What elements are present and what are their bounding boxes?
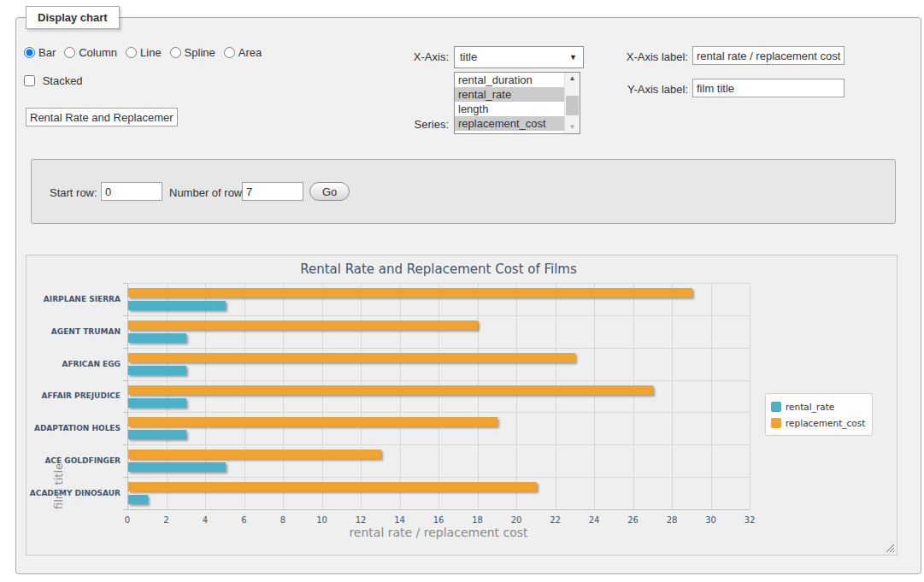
chart-type-option-spline[interactable]: Spline — [170, 46, 215, 59]
start-row-input[interactable] — [101, 182, 162, 201]
bar-rental_rate-ace-goldfinger — [128, 462, 226, 472]
bar-rental_rate-adaptation-holes — [128, 430, 186, 439]
x-axis-tick-label: 14 — [388, 515, 412, 525]
gridline — [283, 283, 284, 509]
bar-replacement_cost-academy-dinosaur — [128, 482, 537, 491]
y-axis-category-label: AFRICAN EGG — [26, 348, 121, 380]
gridline — [478, 283, 479, 509]
chart-title: Rental Rate and Replacement Cost of Film… — [127, 262, 750, 277]
gridline — [594, 283, 595, 509]
chart-type-radio-column[interactable] — [64, 47, 75, 58]
chart-container: Rental Rate and Replacement Cost of Film… — [26, 255, 898, 556]
x-axis-label-input[interactable] — [692, 46, 845, 65]
resize-grip-icon[interactable] — [886, 544, 894, 552]
x-axis-tick-label: 22 — [544, 515, 568, 525]
y-axis-category-label: ADAPTATION HOLES — [26, 412, 121, 444]
chart-legend: rental_ratereplacement_cost — [765, 393, 873, 436]
panel-legend: Display chart — [26, 6, 120, 29]
category-separator — [127, 315, 750, 316]
gridline — [361, 283, 362, 509]
x-axis-tick-label: 20 — [504, 515, 528, 525]
legend-swatch-replacement_cost — [771, 418, 781, 428]
x-axis-tick-label: 8 — [271, 515, 295, 525]
chart-type-radio-spline[interactable] — [170, 47, 181, 58]
y-axis-category-label: AGENT TRUMAN — [26, 315, 121, 348]
gridline — [750, 283, 750, 509]
gridline — [672, 283, 673, 509]
x-axis-tick-label: 26 — [621, 515, 645, 525]
gridline — [205, 283, 206, 509]
category-separator — [127, 444, 750, 445]
x-axis-label-label: X-Axis label: — [603, 50, 688, 63]
page: Display chart BarColumnLineSplineArea St… — [0, 0, 924, 582]
chart-y-axis-title: film title — [52, 283, 65, 509]
legend-item-replacement_cost[interactable]: replacement_cost — [771, 414, 865, 431]
y-axis-label-input[interactable] — [692, 79, 845, 97]
start-row-label: Start row: — [50, 186, 97, 199]
chart-type-option-label: Bar — [38, 46, 56, 59]
chart-type-option-area[interactable]: Area — [224, 46, 262, 59]
gridline — [711, 283, 712, 509]
x-axis-tick-label: 12 — [349, 515, 373, 525]
number-of-rows-label: Number of rows: — [169, 186, 250, 199]
series-option-rental_rate[interactable]: rental_rate — [455, 87, 565, 102]
y-axis-category-label: AIRPLANE SIERRA — [26, 283, 121, 315]
series-option-rental_duration[interactable]: rental_duration — [455, 73, 565, 87]
legend-label: rental_rate — [786, 402, 834, 412]
listbox-scrollbar[interactable]: ▲ ▼ — [564, 73, 580, 133]
gridline — [516, 283, 517, 509]
y-axis-category-label: AFFAIR PREJUDICE — [26, 380, 121, 413]
scroll-up-icon[interactable]: ▲ — [565, 73, 580, 85]
x-axis-tick-label: 4 — [193, 515, 217, 525]
legend-item-rental_rate[interactable]: rental_rate — [771, 398, 865, 414]
bar-rental_rate-agent-truman — [128, 333, 186, 343]
y-axis-category-label: ACADEMY DINOSAUR — [26, 477, 121, 509]
chart-type-radio-area[interactable] — [224, 47, 235, 58]
x-axis-tick-label: 18 — [466, 515, 490, 525]
bar-rental_rate-affair-prejudice — [128, 398, 186, 408]
chart-title-input[interactable] — [26, 108, 178, 126]
x-axis-select-label: X-Axis: — [389, 50, 449, 63]
bar-rental_rate-academy-dinosaur — [128, 495, 148, 504]
category-separator — [127, 380, 750, 381]
category-separator — [127, 477, 750, 478]
bar-replacement_cost-airplane-sierra — [128, 288, 692, 297]
y-axis-label-label: Y-Axis label: — [603, 83, 688, 96]
chart-type-radio-bar[interactable] — [24, 47, 35, 58]
go-button[interactable]: Go — [309, 182, 350, 201]
x-axis-tick-label: 16 — [427, 515, 450, 525]
x-axis-tick-label: 28 — [660, 515, 684, 525]
x-axis-select[interactable]: title ▼ — [454, 46, 584, 68]
chart-type-radio-line[interactable] — [126, 47, 137, 58]
stacked-label: Stacked — [43, 74, 83, 87]
gridline — [556, 283, 556, 509]
series-option-length[interactable]: length — [455, 102, 565, 116]
x-axis-tick-label: 24 — [582, 515, 606, 525]
gridline — [244, 283, 245, 509]
chart-type-option-label: Area — [238, 46, 262, 59]
category-separator — [127, 283, 750, 284]
stacked-checkbox[interactable] — [24, 75, 35, 86]
gridline — [400, 283, 401, 509]
category-separator — [127, 412, 750, 413]
scrollbar-thumb[interactable] — [566, 96, 579, 115]
series-listbox[interactable]: rental_durationrental_ratelengthreplacem… — [454, 72, 580, 134]
bar-replacement_cost-adaptation-holes — [128, 417, 497, 426]
chart-type-option-column[interactable]: Column — [64, 46, 117, 59]
y-axis-category-label: ACE GOLDFINGER — [26, 444, 121, 477]
x-axis-tick-label: 6 — [232, 515, 256, 525]
chart-type-option-bar[interactable]: Bar — [24, 46, 56, 59]
stacked-checkbox-row[interactable]: Stacked — [24, 74, 83, 87]
chart-type-option-line[interactable]: Line — [126, 46, 162, 59]
chart-type-option-label: Spline — [185, 46, 215, 59]
x-axis-tick-label: 32 — [738, 515, 762, 525]
x-axis-selected-value: title — [460, 50, 477, 63]
x-axis-tick-label: 0 — [115, 515, 139, 525]
chart-type-radio-group: BarColumnLineSplineArea — [24, 46, 270, 59]
legend-label: replacement_cost — [786, 418, 865, 428]
scroll-down-icon[interactable]: ▼ — [565, 121, 580, 133]
bar-replacement_cost-african-egg — [128, 353, 575, 362]
series-option-replacement_cost[interactable]: replacement_cost — [455, 116, 565, 131]
gridline — [438, 283, 439, 509]
number-of-rows-input[interactable] — [242, 182, 303, 201]
